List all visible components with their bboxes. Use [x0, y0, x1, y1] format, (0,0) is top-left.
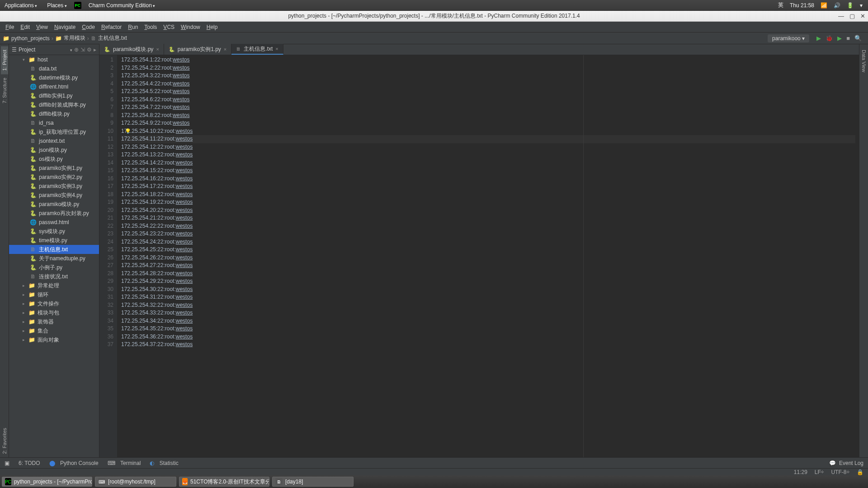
tree-file[interactable]: 🐍difflib封装成脚本.py: [9, 100, 99, 109]
code-line[interactable]: 172.25.254.18:22:root:westos: [121, 191, 855, 199]
todo-tool[interactable]: 6: TODO: [19, 460, 40, 466]
taskbar-button[interactable]: PCpython_projects - [~/PycharmProj...: [2, 477, 92, 487]
menu-refactor[interactable]: Refactor: [99, 23, 124, 31]
code-line[interactable]: 172.25.254.14:22:root:westos: [121, 159, 855, 167]
menu-code[interactable]: Code: [79, 23, 98, 31]
menu-file[interactable]: File: [3, 23, 17, 31]
code-line[interactable]: 172.25.254.21:22:root:westos: [121, 214, 855, 222]
tool-tab-favorites[interactable]: 2: Favorites: [1, 424, 8, 457]
code-line[interactable]: 172.25.254.28:22:root:westos: [121, 270, 855, 278]
tab-close-icon[interactable]: ×: [275, 46, 278, 52]
event-log-tool[interactable]: 💬 Event Log: [829, 460, 863, 466]
code-line[interactable]: 172.25.254.8:22:root:westos: [121, 112, 855, 120]
tree-file[interactable]: 🐍sys模块.py: [9, 227, 99, 236]
code-line[interactable]: 172.25.254.1:22:root:westos: [121, 56, 855, 64]
collapse-all-icon[interactable]: ⇲: [80, 47, 85, 53]
tree-folder[interactable]: 📁host: [9, 55, 99, 64]
search-icon[interactable]: 🔍: [854, 35, 862, 42]
taskbar-button[interactable]: 🗎[day18]: [272, 477, 354, 487]
tree-folder[interactable]: 📁集合: [9, 326, 99, 335]
editor-tab[interactable]: 🐍paramiko实例1.py×: [164, 44, 231, 55]
code-line[interactable]: 172.25.254.25:22:root:westos: [121, 246, 855, 254]
code-line[interactable]: 172.25.254.26:22:root:westos: [121, 254, 855, 262]
tree-file[interactable]: 🐍paramiko实例1.py: [9, 164, 99, 173]
python-console-tool[interactable]: ⬤ Python Console: [49, 460, 99, 466]
tool-tab-structure[interactable]: 7: Structure: [1, 74, 8, 107]
menu-edit[interactable]: Edit: [18, 23, 33, 31]
project-settings-icon[interactable]: ⚙: [87, 47, 92, 53]
code-line[interactable]: 172.25.254.3:22:root:westos: [121, 72, 855, 80]
tree-file[interactable]: 🌐diffirent.html: [9, 82, 99, 91]
tab-close-icon[interactable]: ×: [224, 47, 226, 52]
terminal-tool[interactable]: ⌨ Terminal: [108, 460, 141, 466]
readonly-lock-icon[interactable]: 🔒: [857, 469, 863, 475]
tree-file[interactable]: 🐍ip_获取地理位置.py: [9, 127, 99, 136]
tree-folder[interactable]: 📁文件操作: [9, 299, 99, 308]
editor-tab[interactable]: 🗎主机信息.txt×: [231, 44, 283, 55]
taskbar-button[interactable]: ⌨[root@myhost:/tmp]: [95, 477, 176, 487]
code-line[interactable]: 172.25.254.27:22:root:westos: [121, 262, 855, 270]
file-encoding[interactable]: UTF-8÷: [831, 469, 849, 475]
run-with-coverage-button[interactable]: ▶: [837, 35, 842, 42]
code-line[interactable]: 172.25.254.37:22:root:westos: [121, 341, 855, 349]
menu-run[interactable]: Run: [125, 23, 141, 31]
menu-navigate[interactable]: Navigate: [52, 23, 78, 31]
project-tree[interactable]: 📁host🗎data.txt🐍datetime模块.py🌐diffirent.h…: [9, 55, 99, 457]
run-configuration-selector[interactable]: paramikooo: [768, 34, 809, 42]
stop-button[interactable]: ■: [846, 35, 850, 42]
code-line[interactable]: 172.25.254.4:22:root:westos: [121, 80, 855, 88]
tree-file[interactable]: 🐍小例子.py: [9, 263, 99, 272]
code-area[interactable]: 172.25.254.1:22:root:westos172.25.254.2:…: [118, 55, 859, 457]
tree-file[interactable]: 🐍time模块.py: [9, 236, 99, 245]
tree-file[interactable]: 🗎jsontext.txt: [9, 136, 99, 145]
tree-file[interactable]: 🗎data.txt: [9, 64, 99, 73]
tree-file[interactable]: 🌐passwd.html: [9, 218, 99, 227]
debug-button[interactable]: 🐞: [826, 35, 833, 42]
hide-icon[interactable]: ▸: [94, 47, 96, 53]
tree-file[interactable]: 🐍paramiko模块.py: [9, 200, 99, 209]
wifi-icon[interactable]: 📶: [821, 2, 827, 9]
menu-view[interactable]: View: [33, 23, 51, 31]
volume-icon[interactable]: 🔊: [834, 2, 840, 9]
taskbar-button[interactable]: 🦊51CTO博客2.0-原创IT技术文章分...: [179, 477, 269, 487]
code-line[interactable]: 172.25.254.13:22:root:westos: [121, 151, 855, 159]
menu-help[interactable]: Help: [204, 23, 221, 31]
minimize-button[interactable]: —: [838, 13, 844, 19]
tree-folder[interactable]: 📁循环: [9, 290, 99, 299]
code-line[interactable]: 172.25.254.5:22:root:westos: [121, 88, 855, 96]
breadcrumb-item[interactable]: 主机信息.txt: [98, 34, 127, 42]
close-button[interactable]: ✕: [860, 13, 865, 19]
menu-window[interactable]: Window: [178, 23, 203, 31]
app-pill-menu[interactable]: Charm Community Edition: [86, 2, 158, 9]
battery-icon[interactable]: 🔋: [847, 2, 854, 9]
code-line[interactable]: 172.25.254.22:22:root:westos: [121, 222, 855, 230]
tree-file[interactable]: 🐍关于namedtuple.py: [9, 254, 99, 263]
tree-file[interactable]: 🐍json模块.py: [9, 145, 99, 155]
code-line[interactable]: 💡172.25.254.10:22:root:westos: [121, 127, 855, 136]
code-line[interactable]: 172.25.254.33:22:root:westos: [121, 309, 855, 317]
code-line[interactable]: 172.25.254.7:22:root:westos: [121, 103, 855, 112]
tree-file[interactable]: 🐍paramiko实例4.py: [9, 191, 99, 200]
code-line[interactable]: 172.25.254.32:22:root:westos: [121, 301, 855, 310]
code-line[interactable]: 172.25.254.11:22:root:westos: [121, 135, 855, 143]
clock[interactable]: Thu 21:58: [790, 2, 814, 9]
tool-icon[interactable]: ▣: [5, 460, 9, 466]
code-line[interactable]: 172.25.254.24:22:root:westos: [121, 238, 855, 246]
code-line[interactable]: 172.25.254.23:22:root:westos: [121, 230, 855, 238]
tree-file[interactable]: 🗎连接状况.txt: [9, 272, 99, 281]
code-line[interactable]: 172.25.254.34:22:root:westos: [121, 317, 855, 325]
code-line[interactable]: 172.25.254.6:22:root:westos: [121, 96, 855, 104]
code-line[interactable]: 172.25.254.30:22:root:westos: [121, 286, 855, 294]
tree-file[interactable]: 🐍difflib模块.py: [9, 109, 99, 118]
code-line[interactable]: 172.25.254.31:22:root:westos: [121, 293, 855, 301]
tree-folder[interactable]: 📁面向对象: [9, 335, 99, 344]
line-separator[interactable]: LF÷: [815, 469, 824, 475]
intention-bulb-icon[interactable]: 💡: [125, 127, 131, 136]
code-line[interactable]: 172.25.254.16:22:root:westos: [121, 175, 855, 183]
code-line[interactable]: 172.25.254.29:22:root:westos: [121, 277, 855, 286]
input-method-indicator[interactable]: 英: [778, 1, 783, 9]
tab-close-icon[interactable]: ×: [156, 47, 159, 52]
code-line[interactable]: 172.25.254.15:22:root:westos: [121, 167, 855, 175]
tree-file[interactable]: 🗎主机信息.txt: [9, 245, 99, 254]
code-line[interactable]: 172.25.254.17:22:root:westos: [121, 183, 855, 191]
